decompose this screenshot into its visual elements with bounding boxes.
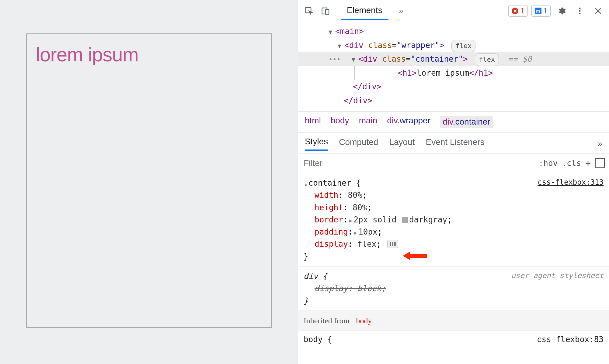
svg-point-3 bbox=[579, 8, 581, 9]
styles-panel: .container { css-flexbox:313 width: 80%;… bbox=[298, 173, 609, 364]
rule-close-brace: } bbox=[304, 296, 308, 305]
dom-h1-text: lorem ipsum bbox=[417, 68, 469, 77]
devtools-toolbar: Elements » ✕ 1 ▤ 1 bbox=[298, 0, 609, 22]
svg-rect-7 bbox=[392, 242, 393, 246]
svg-rect-6 bbox=[390, 242, 391, 246]
page-preview: lorem ipsum bbox=[0, 0, 298, 364]
inspect-icon[interactable] bbox=[302, 4, 316, 18]
message-badge[interactable]: ▤ 1 bbox=[531, 5, 551, 17]
source-link[interactable]: css-flexbox:313 bbox=[538, 177, 604, 188]
devtools-panel: Elements » ✕ 1 ▤ 1 ▼<main> bbox=[298, 0, 609, 364]
styles-subtabs: Styles Computed Layout Event Listeners » bbox=[298, 132, 609, 153]
container-box: lorem ipsum bbox=[26, 33, 272, 328]
ua-stylesheet-label: user agent stylesheet bbox=[511, 270, 604, 281]
breadcrumb-wrapper[interactable]: div.wrapper bbox=[387, 116, 430, 128]
svg-rect-8 bbox=[394, 242, 396, 246]
expand-triangle-icon[interactable]: ▶ bbox=[349, 217, 353, 224]
toggle-sidebar-icon[interactable] bbox=[595, 158, 605, 168]
tab-more-chevron[interactable]: » bbox=[393, 2, 410, 19]
eq-dollar-zero: == $0 bbox=[508, 54, 532, 64]
inherited-header: Inherited from body bbox=[298, 311, 609, 331]
close-icon[interactable] bbox=[591, 4, 605, 18]
subtab-computed[interactable]: Computed bbox=[339, 137, 378, 150]
expand-triangle-icon[interactable]: ▶ bbox=[354, 229, 357, 236]
breadcrumb: html body main div.wrapper div.container bbox=[298, 111, 609, 132]
inherited-label: Inherited from bbox=[304, 316, 350, 325]
device-toggle-icon[interactable] bbox=[318, 4, 333, 18]
filter-input[interactable] bbox=[298, 153, 534, 173]
flex-pill[interactable]: flex bbox=[475, 53, 499, 66]
cls-button[interactable]: .cls bbox=[562, 159, 581, 168]
error-icon: ✕ bbox=[512, 8, 518, 14]
caret-icon[interactable]: ▼ bbox=[329, 27, 335, 37]
color-swatch-icon[interactable] bbox=[402, 217, 408, 223]
kebab-icon[interactable] bbox=[572, 4, 587, 18]
rule-container[interactable]: .container { css-flexbox:313 width: 80%;… bbox=[298, 173, 609, 266]
arrow-annotation bbox=[403, 250, 427, 261]
gear-icon[interactable] bbox=[554, 4, 569, 18]
error-count: 1 bbox=[520, 7, 524, 15]
subtab-more-chevron[interactable]: » bbox=[597, 139, 602, 149]
tab-elements[interactable]: Elements bbox=[341, 2, 388, 20]
flexbox-editor-icon[interactable] bbox=[387, 240, 398, 248]
inherited-tag[interactable]: body bbox=[356, 316, 372, 325]
filter-bar: :hov .cls + bbox=[298, 153, 609, 173]
hov-button[interactable]: :hov bbox=[539, 159, 558, 168]
breadcrumb-body[interactable]: body bbox=[331, 116, 349, 128]
dom-selected-row[interactable]: ••• ▼<div class="container"> flex == $0 bbox=[298, 52, 609, 66]
rule-div-ua[interactable]: div { user agent stylesheet display: blo… bbox=[298, 266, 609, 311]
rule-selector: .container { bbox=[304, 178, 361, 187]
page-heading: lorem ipsum bbox=[36, 43, 262, 66]
caret-icon[interactable]: ▼ bbox=[352, 54, 358, 65]
subtab-event-listeners[interactable]: Event Listeners bbox=[426, 137, 485, 150]
breadcrumb-main[interactable]: main bbox=[359, 116, 378, 128]
rule-close-brace: } bbox=[304, 252, 308, 261]
error-badge[interactable]: ✕ 1 bbox=[508, 5, 527, 17]
subtab-layout[interactable]: Layout bbox=[389, 137, 415, 150]
svg-marker-9 bbox=[403, 252, 427, 260]
source-link[interactable]: css-flexbox:83 bbox=[537, 333, 604, 345]
rule-selector: div { bbox=[304, 272, 327, 281]
breadcrumb-container[interactable]: div.container bbox=[440, 116, 493, 128]
rule-body-cut[interactable]: body { css-flexbox:83 bbox=[298, 331, 609, 346]
dom-tree[interactable]: ▼<main> ▼<div class="wrapper"> flex ••• … bbox=[298, 22, 609, 111]
caret-icon[interactable]: ▼ bbox=[338, 41, 344, 51]
message-count: 1 bbox=[543, 7, 547, 15]
svg-rect-2 bbox=[325, 9, 329, 14]
message-icon: ▤ bbox=[535, 8, 541, 14]
breadcrumb-html[interactable]: html bbox=[305, 116, 321, 128]
ellipsis-icon[interactable]: ••• bbox=[329, 54, 341, 66]
svg-point-4 bbox=[579, 10, 581, 12]
flex-pill[interactable]: flex bbox=[451, 40, 475, 52]
svg-point-5 bbox=[579, 13, 581, 14]
new-rule-button[interactable]: + bbox=[585, 158, 591, 169]
subtab-styles[interactable]: Styles bbox=[305, 137, 328, 151]
